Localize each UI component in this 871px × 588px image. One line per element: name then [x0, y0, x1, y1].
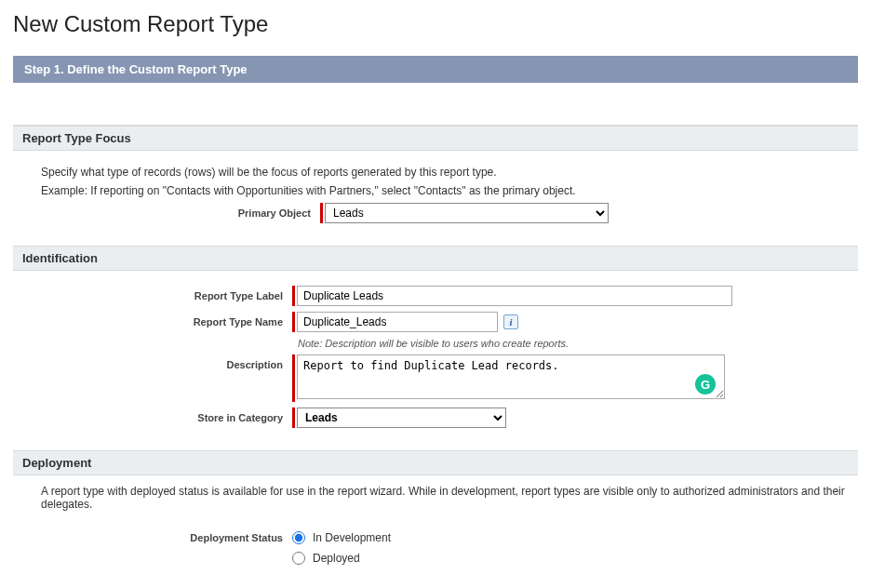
radio-deployed-input[interactable]	[292, 552, 305, 565]
store-in-category-select[interactable]: Leads	[297, 408, 506, 428]
required-indicator	[292, 286, 295, 306]
section-header-identification: Identification	[13, 246, 858, 271]
section-header-focus: Report Type Focus	[13, 126, 858, 151]
primary-object-label: Primary Object	[41, 203, 320, 219]
deployment-help: A report type with deployed status is av…	[13, 475, 858, 522]
report-type-label-label: Report Type Label	[13, 286, 292, 301]
radio-deployed[interactable]: Deployed	[292, 552, 360, 565]
required-indicator	[292, 408, 295, 428]
report-type-label-input[interactable]	[297, 286, 732, 306]
required-indicator	[292, 312, 295, 332]
required-indicator	[292, 354, 295, 402]
radio-in-development[interactable]: In Development	[292, 531, 391, 544]
description-textarea[interactable]	[297, 354, 725, 399]
radio-in-development-label: In Development	[313, 531, 391, 544]
description-label: Description	[13, 354, 292, 370]
report-type-name-label: Report Type Name	[13, 312, 292, 327]
radio-in-development-input[interactable]	[292, 531, 305, 544]
focus-help-2: Example: If reporting on "Contacts with …	[41, 184, 830, 197]
section-body-deployment: A report type with deployed status is av…	[13, 475, 858, 568]
step-header: Step 1. Define the Custom Report Type	[13, 56, 858, 83]
required-indicator	[320, 203, 323, 223]
description-note: Note: Description will be visible to use…	[298, 338, 858, 349]
report-type-name-input[interactable]	[297, 312, 498, 332]
step-toolbar-area	[13, 83, 858, 126]
info-icon[interactable]: i	[503, 314, 518, 329]
radio-deployed-label: Deployed	[313, 552, 360, 565]
section-body-identification: Report Type Label Report Type Name i Not…	[13, 271, 858, 450]
section-body-focus: Specify what type of records (rows) will…	[13, 151, 858, 246]
focus-help-1: Specify what type of records (rows) will…	[41, 166, 830, 179]
deployment-status-label: Deployment Status	[13, 528, 292, 543]
store-in-category-label: Store in Category	[13, 408, 292, 423]
page-title: New Custom Report Type	[13, 11, 858, 37]
primary-object-select[interactable]: Leads	[325, 203, 609, 223]
section-header-deployment: Deployment	[13, 450, 858, 475]
